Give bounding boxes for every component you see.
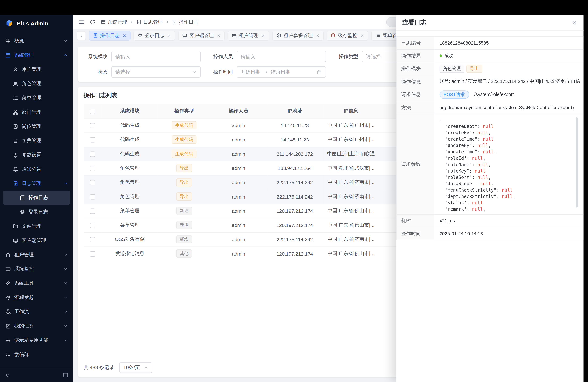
drawer-field-row: 方法org.dromara.system.controller.system.S… xyxy=(397,101,583,114)
filter-select[interactable]: 请选择 xyxy=(111,66,201,78)
sidebar-item[interactable]: 文件管理 xyxy=(0,219,73,233)
fingerprint-icon xyxy=(20,209,25,215)
cell-operator: admin xyxy=(210,246,267,261)
field-value: 成功 xyxy=(440,52,578,59)
sidebar-item[interactable]: 系统监控 xyxy=(0,262,73,276)
cell-ip: 14.145.11.23 xyxy=(267,132,323,147)
close-icon[interactable] xyxy=(123,34,126,37)
cell-module: 菜单管理 xyxy=(102,204,158,218)
sidebar-item[interactable]: 流程发起 xyxy=(0,290,73,305)
cell-ip: 14.145.11.23 xyxy=(267,118,323,132)
cell-ip-info: 中国|湖北省|武汉市|... xyxy=(323,161,379,175)
pin-sidebar-icon[interactable] xyxy=(63,372,69,378)
tab-label: 租户套餐管理 xyxy=(284,32,313,39)
sidebar-item[interactable]: 用户管理 xyxy=(0,62,73,76)
sidebar-item[interactable]: 参数设置 xyxy=(0,148,73,162)
sidebar-item-label: 参数设置 xyxy=(22,152,41,158)
row-checkbox[interactable] xyxy=(90,194,95,199)
row-checkbox[interactable] xyxy=(90,251,95,256)
drawer-field-row: 耗时421 ms xyxy=(397,214,583,227)
brand[interactable]: Plus Admin xyxy=(0,15,73,32)
row-checkbox[interactable] xyxy=(90,166,95,171)
row-checkbox[interactable] xyxy=(90,223,95,228)
close-icon[interactable] xyxy=(261,34,265,37)
code-scrollbar-thumb[interactable] xyxy=(576,117,578,208)
close-icon[interactable] xyxy=(167,34,171,37)
sidebar-item[interactable]: 日志管理 xyxy=(0,176,73,191)
breadcrumb-item[interactable]: 系统管理 xyxy=(101,19,127,25)
tab[interactable]: 缓存监控 xyxy=(327,31,368,40)
window-icon xyxy=(101,20,106,24)
row-checkbox[interactable] xyxy=(90,209,95,214)
sidebar-item[interactable]: 菜单管理 xyxy=(0,91,73,105)
drawer-field-row: 日志编号1882612840802115585 xyxy=(397,37,583,49)
action-type-tag: 生成代码 xyxy=(172,135,197,144)
cell-operator: admin xyxy=(210,218,267,232)
row-checkbox[interactable] xyxy=(90,123,95,128)
filter-field: 状态请选择 xyxy=(84,66,201,78)
sidebar-item[interactable]: 概览 xyxy=(0,34,73,48)
post-method-tag: POST请求 xyxy=(440,90,469,99)
tab[interactable]: 租户管理 xyxy=(228,31,269,40)
grid-icon xyxy=(5,38,11,44)
close-icon[interactable] xyxy=(217,34,220,37)
refresh-icon[interactable] xyxy=(90,19,96,25)
breadcrumb-label: 系统管理 xyxy=(108,19,127,25)
field-label: 请求信息 xyxy=(397,88,434,101)
sidebar-item[interactable]: 登录日志 xyxy=(0,205,73,219)
filter-input[interactable] xyxy=(111,51,201,62)
drawer-field-row: 操作模块角色管理导出 xyxy=(397,62,583,75)
breadcrumb-item[interactable]: 操作日志 xyxy=(172,19,198,25)
select-all-checkbox[interactable] xyxy=(90,109,95,114)
sidebar-item-label: 操作日志 xyxy=(28,194,48,201)
sidebar-item[interactable]: 系统管理 xyxy=(0,48,73,62)
filter-label: 状态 xyxy=(84,69,108,75)
page-size-select[interactable]: 10条/页 xyxy=(119,362,152,373)
wrench-icon xyxy=(5,280,11,286)
sidebar-item[interactable]: 岗位管理 xyxy=(0,119,73,133)
tab[interactable]: 租户套餐管理 xyxy=(272,31,324,40)
sidebar-item[interactable]: 微信群 xyxy=(0,347,73,361)
sidebar: Plus Admin 概览系统管理用户管理角色管理菜单管理部门管理岗位管理字典管… xyxy=(0,15,73,382)
sidebar-item[interactable]: 操作日志 xyxy=(3,191,70,205)
breadcrumb-item[interactable]: 日志管理 xyxy=(137,19,163,25)
filter-daterange[interactable]: 开始日期结束日期 xyxy=(237,66,326,78)
cell-ip: 222.175.114.242 xyxy=(267,232,323,246)
sidebar-item[interactable]: 部门管理 xyxy=(0,105,73,119)
close-icon[interactable] xyxy=(360,34,364,37)
row-checkbox[interactable] xyxy=(90,151,95,157)
monitor-icon xyxy=(182,33,187,38)
sidebar-item[interactable]: 演示站专用功能 xyxy=(0,333,73,347)
filter-input[interactable] xyxy=(237,51,326,62)
sidebar-item[interactable]: 工作流 xyxy=(0,305,73,319)
close-icon[interactable] xyxy=(316,34,319,37)
sidebar-item-label: 演示站专用功能 xyxy=(14,337,48,344)
tab[interactable]: 登录日志 xyxy=(133,31,175,40)
row-checkbox[interactable] xyxy=(90,180,95,185)
action-type-tag: 新增 xyxy=(176,235,192,244)
tab[interactable]: 客户端管理 xyxy=(178,31,225,40)
cell-ip-info: 中国|山东省|济南市|... xyxy=(323,232,379,246)
sidebar-item[interactable]: 字典管理 xyxy=(0,133,73,148)
action-type-tag: 新增 xyxy=(176,207,192,215)
tab[interactable]: 操作日志 xyxy=(89,31,130,40)
hamburger-icon[interactable] xyxy=(78,19,84,25)
row-checkbox[interactable] xyxy=(90,137,95,143)
drawer-field-row: 请求参数{ "createDept": null, "createBy": nu… xyxy=(397,114,583,214)
sidebar-item[interactable]: 我的任务 xyxy=(0,319,73,333)
collapse-sidebar-icon[interactable] xyxy=(5,372,11,378)
browser-scrollbar[interactable] xyxy=(583,15,588,382)
sidebar-item[interactable]: 租户管理 xyxy=(0,248,73,262)
tabs-scroll-left-button[interactable] xyxy=(77,31,86,40)
sidebar-item[interactable]: 客户端管理 xyxy=(0,233,73,248)
sidebar-item[interactable]: 角色管理 xyxy=(0,76,73,91)
tab-label: 操作日志 xyxy=(100,32,120,39)
bell-icon xyxy=(13,166,18,172)
chevron-down-icon xyxy=(63,324,68,328)
drawer-close-icon[interactable] xyxy=(571,20,578,26)
request-params-json[interactable]: { "createDept": null, "createBy": null, … xyxy=(440,116,578,212)
sidebar-item[interactable]: 通知公告 xyxy=(0,162,73,176)
home-icon xyxy=(5,252,11,257)
sidebar-item[interactable]: 系统工具 xyxy=(0,276,73,290)
row-checkbox[interactable] xyxy=(90,237,95,242)
